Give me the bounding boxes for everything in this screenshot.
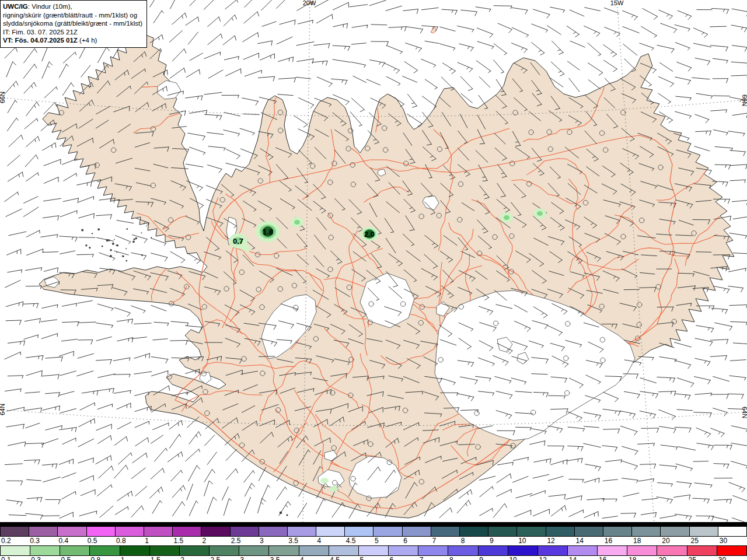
model-name: UWC/IG: [3, 3, 28, 10]
sleet-colorbar-segment: [344, 527, 373, 536]
wind-barb: [569, 479, 584, 480]
sleet-colorbar-segment: [230, 527, 259, 536]
wind-barb: [693, 461, 708, 462]
wind-barb-tick: [149, 354, 150, 358]
sleet-colorbar-segment: [201, 527, 229, 536]
breidafjordur-islet: [110, 249, 112, 251]
breidafjordur-islet: [85, 244, 87, 246]
rain-colorbar-segment: [239, 546, 268, 555]
wind-barb-tick: [457, 441, 458, 444]
rain-colorbar-tick-label: 0.1: [1, 556, 11, 560]
sleet-colorbar-segment: [29, 527, 57, 536]
sleet-colorbar-tick-label: 16: [605, 537, 612, 545]
breidafjordur-islet: [126, 228, 128, 230]
rain-colorbar-tick-label: 18: [629, 556, 636, 560]
rain-colorbar-tick-label: 9: [479, 556, 483, 560]
rain-colorbar-segment: [329, 546, 358, 555]
rain-colorbar-tick-label: 3.5: [270, 556, 280, 560]
sleet-colorbar-segment: [574, 527, 603, 536]
sleet-colorbar-segment: [459, 527, 488, 536]
wind-barb-tick: [515, 142, 518, 142]
wind-barb-tick: [55, 407, 56, 410]
precip-cell: [291, 217, 303, 228]
weather-forecast-app: 0.71.82.020W15W66N66N64N64N UWC/IG: Vind…: [0, 0, 747, 560]
wind-barb-tick: [483, 177, 486, 177]
wind-barb-tick: [183, 91, 184, 94]
sleet-colorbar-tick-label: 12: [547, 537, 554, 545]
rain-colorbar-segment: [717, 546, 746, 555]
rain-colorbar-segment: [537, 546, 567, 555]
sleet-colorbar-tick-label: 0.5: [88, 537, 97, 545]
breidafjordur-islet: [135, 237, 137, 239]
sleet-colorbar-segment: [603, 527, 631, 536]
colorbar-divider: [0, 522, 747, 526]
sleet-colorbar-tick-label: 7: [432, 537, 436, 545]
precip-blob: [294, 220, 300, 225]
rain-colorbar-segment: [30, 546, 60, 555]
breidafjordur-islet: [125, 260, 127, 262]
rain-colorbar-segment: [60, 546, 89, 555]
rain-colorbar-segment: [508, 546, 537, 555]
precip-cell: [320, 478, 329, 484]
precip-cell: 1.8: [256, 221, 280, 242]
wind-barb-tick: [75, 492, 76, 495]
breidafjordur-islet: [125, 248, 127, 249]
precip-blob: [320, 478, 329, 484]
wind-barb: [621, 513, 636, 514]
init-time: IT: Fim. 03. 07. 2025 21Z: [3, 28, 143, 37]
rain-colorbar-tick-label: 10: [509, 556, 516, 560]
rain-colorbar-segment: [179, 546, 209, 555]
sleet-colorbar-tick-label: 6: [403, 537, 407, 545]
sleet-colorbar-tick-label: 10: [518, 537, 526, 545]
sleet-colorbar-tick-label: 25: [691, 537, 699, 545]
rain-colorbar-segment: [89, 546, 119, 555]
wind-barb-tick: [293, 57, 294, 62]
rain-colorbar-segment: [478, 546, 508, 555]
wind-barb-tick: [241, 69, 242, 74]
parallel-label: 64N: [0, 404, 6, 415]
sleet-colorbar-tick-label: 5: [375, 537, 379, 545]
breidafjordur-islet: [141, 232, 142, 233]
wind-barb-tick: [74, 351, 74, 356]
rain-colorbar-tick-label: 14: [569, 556, 577, 560]
wind-barb-tick: [167, 70, 168, 75]
rain-colorbar-segment: [120, 546, 149, 555]
breidafjordur-islet: [116, 244, 117, 246]
sleet-snow-colorbar: [0, 526, 747, 537]
wind-barb-tick: [380, 424, 381, 427]
breidafjordur-islet: [92, 233, 93, 234]
sleet-colorbar-segment: [115, 527, 144, 536]
wind-barb: [715, 164, 731, 165]
wind-barb: [696, 252, 711, 253]
info-line-1: UWC/IG: Vindur (10m),: [3, 2, 143, 11]
sleet-colorbar-segment: [316, 527, 344, 536]
rain-colorbar-tick-label: 5: [359, 556, 364, 560]
sleet-colorbar-segment: [0, 527, 29, 536]
rain-colorbar-tick-label: 25: [689, 556, 696, 560]
sleet-colorbar-segment: [287, 527, 316, 536]
valid-time: VT: Fös. 04.07.2025 01Z: [3, 37, 78, 44]
breidafjordur-islet: [121, 256, 123, 257]
rain-colorbar-tick-label: 4.5: [330, 556, 340, 560]
sleet-colorbar-tick-label: 14: [576, 537, 584, 545]
breidafjordur-islet: [89, 247, 90, 249]
rain-colorbar-tick-label: 1: [121, 556, 125, 560]
parallel-label: 66N: [741, 94, 747, 106]
rain-colorbar-tick-label: 4: [300, 556, 304, 560]
sleet-colorbar-tick-label: 1: [145, 537, 149, 545]
rain-colorbar-segment: [0, 546, 30, 555]
sleet-colorbar-segment: [402, 527, 431, 536]
wind-barb: [494, 6, 512, 6]
info-line-sleet-legend: slydda/snjókoma (grátt/bleikt/grænt - mm…: [3, 19, 143, 28]
sleet-snow-colorbar-labels: 0.20.30.40.50.811.522.533.544.5567891012…: [0, 537, 747, 545]
wind-barb: [114, 374, 130, 375]
rain-colorbar-tick-label: 8: [449, 556, 453, 560]
rain-colorbar-segment: [149, 546, 179, 555]
rain-colorbar-segment: [358, 546, 388, 555]
sleet-colorbar-tick-label: 8: [461, 537, 465, 545]
meridian-label: 15W: [610, 0, 624, 6]
rain-colorbar-tick-label: 12: [539, 556, 547, 560]
rain-colorbar-tick-label: 7: [420, 556, 424, 560]
rain-colorbar-segment: [567, 546, 597, 555]
wind-barb: [26, 286, 41, 286]
